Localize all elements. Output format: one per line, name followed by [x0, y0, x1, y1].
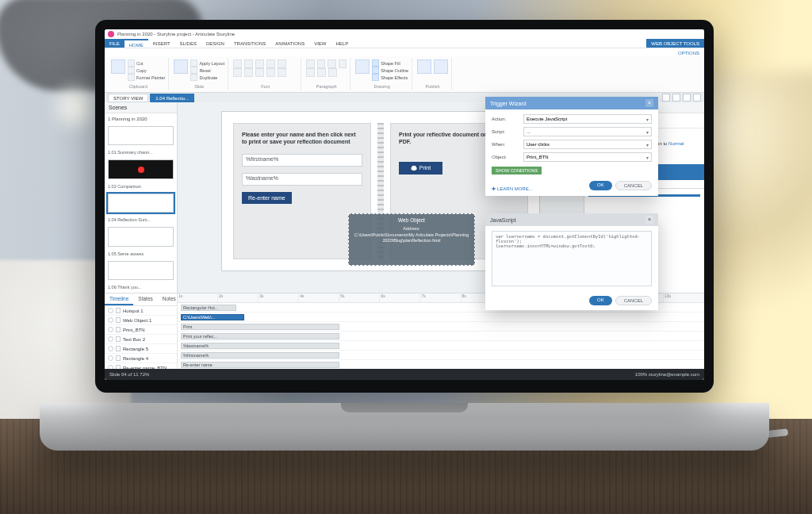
js-ok-button[interactable]: OK	[589, 296, 612, 305]
tab-states[interactable]: States	[133, 293, 157, 305]
slide-thumb-selected[interactable]	[108, 194, 174, 213]
new-slide-icon[interactable]	[174, 59, 188, 74]
script-button[interactable]: ...	[523, 127, 652, 136]
eye-icon[interactable]	[108, 355, 113, 361]
wizard-ok-button[interactable]: OK	[589, 181, 612, 190]
shape-effects-button[interactable]: Shape Effects	[372, 74, 408, 81]
eye-icon[interactable]	[108, 336, 113, 342]
lock-icon[interactable]	[116, 327, 121, 332]
timeline-tabs: Timeline States Notes	[105, 293, 177, 306]
panel-toggle-icon-2[interactable]	[672, 94, 680, 102]
lock-icon[interactable]	[116, 308, 121, 313]
show-conditions-button[interactable]: SHOW CONDITIONS	[492, 167, 542, 175]
panel-toggle-icon-3[interactable]	[683, 94, 691, 102]
tab-animations[interactable]: ANIMATIONS	[270, 39, 309, 48]
scene-section-title[interactable]: 1 Planning in 2020	[108, 117, 174, 121]
app-screen: Planning in 2020 - Storyline project - A…	[105, 29, 704, 380]
lock-icon[interactable]	[116, 317, 121, 323]
slide-thumb[interactable]	[108, 261, 174, 280]
tab-story-view[interactable]: STORY VIEW	[108, 94, 148, 102]
tab-transitions[interactable]: TRANSITIONS	[229, 39, 270, 48]
app-title: Planning in 2020 - Storyline project - A…	[117, 32, 235, 36]
slide-thumb[interactable]	[108, 126, 174, 145]
timeline-bar-selected[interactable]: C:\Users\Web\...	[181, 314, 244, 320]
tab-insert[interactable]: INSERT	[148, 39, 175, 48]
close-icon[interactable]: ×	[645, 99, 653, 107]
tab-home[interactable]: HOME	[124, 39, 148, 48]
timeline-bar[interactable]: %lastname%	[181, 343, 339, 349]
when-select[interactable]: User clicks	[523, 140, 652, 149]
slide-thumb-label: 1.02 Comparison	[108, 184, 174, 189]
tab-design[interactable]: DESIGN	[201, 39, 229, 48]
shape-fill-button[interactable]: Shape Fill	[372, 59, 408, 67]
timeline-bar[interactable]: Print	[181, 324, 339, 330]
duplicate-button[interactable]: Duplicate	[190, 74, 224, 81]
timeline-bar[interactable]: %firstname%	[181, 352, 339, 359]
shape-outline-button[interactable]: Shape Outline	[372, 67, 408, 74]
panel-toggle-icon-4[interactable]	[693, 94, 701, 102]
eye-icon[interactable]	[108, 346, 113, 351]
apply-layout-button[interactable]: Apply Layout	[190, 59, 224, 67]
learn-more-link[interactable]: LEARN MORE...	[492, 186, 533, 191]
javascript-dialog[interactable]: JavaScript × var learnername = document.…	[485, 213, 658, 310]
tab-slides[interactable]: SLIDES	[175, 39, 201, 48]
firstname-field[interactable]: %firstname%	[242, 154, 362, 167]
trigger-wizard-dialog[interactable]: Trigger Wizard × Action:Execute JavaScri…	[485, 97, 658, 196]
action-label: Action:	[492, 117, 519, 121]
lock-icon[interactable]	[116, 336, 121, 342]
js-cancel-button[interactable]: CANCEL	[615, 296, 652, 305]
lock-icon[interactable]	[116, 355, 121, 361]
slide-thumb[interactable]	[108, 159, 174, 178]
tab-help[interactable]: HELP	[331, 39, 354, 48]
group-label-drawing: Drawing	[355, 84, 408, 89]
ribbon-group-publish: Publish	[414, 58, 452, 90]
shapes-icon[interactable]	[355, 59, 370, 74]
timeline-row[interactable]: Rectangle 5	[105, 344, 177, 354]
javascript-code-textarea[interactable]: var learnername = document.getElementByI…	[492, 231, 652, 286]
eye-icon[interactable]	[108, 308, 113, 313]
ribbon-group-drawing: Shape Fill Shape Outline Shape Effects D…	[352, 58, 412, 90]
web-object-title: Web Object	[354, 217, 469, 223]
lastname-field[interactable]: %lastname%	[242, 173, 362, 186]
timeline-row[interactable]: Rectangle 4	[105, 354, 177, 363]
timeline-bar[interactable]: Rectangular Hot...	[181, 305, 236, 311]
reenter-name-button[interactable]: Re-enter name	[242, 192, 292, 204]
dialog-titlebar[interactable]: Trigger Wizard ×	[485, 97, 658, 109]
group-label-clipboard: Clipboard	[111, 84, 165, 89]
publish-icon[interactable]	[434, 59, 448, 74]
scenes-panel: Scenes 1 Planning in 2020 1.01 Summary c…	[105, 102, 178, 293]
timeline-bar[interactable]: Re-enter name	[181, 362, 339, 368]
tab-file[interactable]: FILE	[105, 39, 124, 48]
dialog-titlebar[interactable]: JavaScript ×	[485, 213, 658, 226]
tab-current-slide[interactable]: 1.04 Reflectio...	[150, 94, 194, 102]
format-painter-button[interactable]: Format Painter	[128, 74, 165, 81]
preview-icon[interactable]	[417, 59, 431, 74]
close-icon[interactable]: ×	[645, 216, 653, 224]
paste-icon[interactable]	[111, 59, 125, 74]
status-left: Slide 04 of 11 72%	[109, 372, 149, 377]
reset-button[interactable]: Reset	[190, 67, 224, 74]
script-label: Script:	[492, 129, 519, 134]
action-select[interactable]: Execute JavaScript	[523, 114, 652, 124]
slide-thumb[interactable]	[108, 227, 174, 246]
eye-icon[interactable]	[108, 317, 113, 323]
web-object-overlay[interactable]: Web Object Address: C:\Users\Public\Docu…	[348, 213, 475, 266]
slide-thumb-label: 1.01 Summary chann...	[108, 150, 174, 155]
object-select[interactable]: Print_BTN	[523, 152, 652, 162]
timeline-row[interactable]: Web Object 1	[105, 316, 177, 325]
tab-context-tool[interactable]: WEB OBJECT TOOLS	[646, 39, 704, 48]
lock-icon[interactable]	[116, 346, 121, 351]
timeline-row[interactable]: Text Box 2	[105, 335, 177, 344]
copy-button[interactable]: Copy	[128, 67, 165, 74]
timeline-bar[interactable]: Print your reflec...	[181, 333, 339, 339]
slide-thumb-label: 1.05 Serve assess	[108, 251, 174, 256]
timeline-row[interactable]: Print_BTN	[105, 325, 177, 335]
tab-view[interactable]: VIEW	[309, 39, 331, 48]
cut-button[interactable]: Cut	[128, 59, 165, 67]
tab-context-options[interactable]: OPTIONS	[673, 48, 704, 56]
panel-toggle-icon[interactable]	[662, 94, 670, 102]
tab-timeline[interactable]: Timeline	[105, 293, 133, 305]
eye-icon[interactable]	[108, 327, 113, 332]
wizard-cancel-button[interactable]: CANCEL	[615, 181, 652, 190]
print-button[interactable]: Print	[399, 162, 442, 175]
